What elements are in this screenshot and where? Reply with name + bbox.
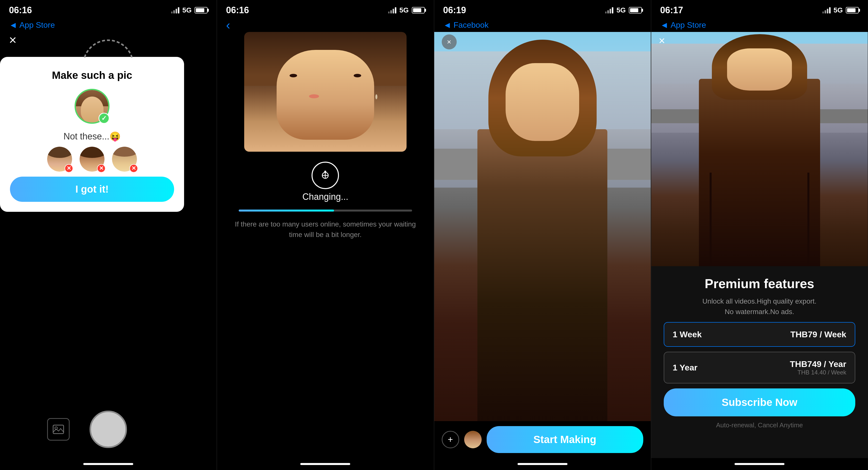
home-indicator-4 [735,463,784,465]
waiting-text: If there are too many users online, some… [217,219,434,240]
plan-name-week: 1 Week [673,330,702,339]
reject-avatar-3: ✕ [112,147,137,171]
plan-price-year-sub: THB 14.40 / Week [790,369,846,376]
home-indicator-2 [300,463,350,465]
make-pic-card: Make such a pic ✓ Not these...😝 ✕ [0,57,184,212]
reject-badge-1: ✕ [65,164,73,173]
back-label-1: App Store [20,21,55,30]
network-2: 5G [399,6,408,14]
card-title: Make such a pic [52,69,132,81]
app-store-bar-2: ‹ [217,18,434,32]
back-label-4: App Store [671,21,706,30]
start-making-button[interactable]: Start Making [487,426,643,453]
network-3: 5G [616,6,625,14]
status-right-4: 5G [823,6,859,14]
time-2: 06:16 [226,5,249,15]
bottom-actions-3: + Start Making [434,421,651,458]
home-indicator-3 [518,463,567,465]
avatar-small-3[interactable] [464,431,482,448]
panel2-main: Changing... If there are too many users … [217,32,434,458]
plan-price-year: THB749 / Year [790,359,846,369]
face-photo-2 [244,32,407,152]
reject-avatar-2: ✕ [80,147,104,171]
back-arrow-1: ◄ [9,20,18,30]
progress-bar-container [239,210,412,212]
check-badge: ✓ [98,113,110,124]
reject-avatars: ✕ ✕ ✕ [47,147,137,171]
shutter-button[interactable] [90,411,127,448]
time-4: 06:17 [660,5,683,15]
time-3: 06:19 [443,5,466,15]
status-right-2: 5G [388,6,425,14]
panel-2-changing: 06:16 5G ‹ [217,0,434,470]
back-arrow-4: ◄ [660,20,669,30]
time-1: 06:16 [9,5,32,15]
add-button-3[interactable]: + [442,431,459,448]
battery-1 [194,7,208,13]
progress-bar-fill [239,210,334,212]
panel3-main: × + Start Making [434,32,651,458]
app-store-bar-4: ◄ App Store [651,18,868,32]
svg-point-3 [324,170,326,173]
svg-rect-0 [53,425,64,434]
home-indicator-1 [83,463,133,465]
back-arrow-3: ◄ [443,20,452,30]
signal-icon-3 [605,7,613,13]
close-button-1[interactable]: × [9,32,17,48]
changing-spinner [312,162,339,189]
reject-avatar-1: ✕ [47,147,72,171]
plan-price-year-container: THB749 / Year THB 14.40 / Week [790,359,846,376]
back-label-3: Facebook [454,21,489,30]
close-button-3[interactable]: × [442,34,457,50]
plan-name-year: 1 Year [673,363,698,372]
status-right-3: 5G [605,6,642,14]
network-1: 5G [182,6,191,14]
dashed-circle [82,32,134,61]
plan-card-year[interactable]: 1 Year THB749 / Year THB 14.40 / Week [664,352,855,383]
app-store-bar-3: ◄ Facebook [434,18,651,32]
battery-2 [412,7,425,13]
avatar-container: ✓ [74,89,110,124]
full-photo-3 [434,32,651,421]
premium-subtitle: Unlock all videos.High quality export.No… [702,296,817,317]
changing-label: Changing... [302,192,348,202]
status-bar-2: 06:16 5G [217,0,434,18]
not-these-text: Not these...😝 [63,131,121,142]
subscribe-now-button[interactable]: Subscribe Now [664,388,855,416]
signal-icon-1 [171,7,179,13]
status-bar-4: 06:17 5G [651,0,868,18]
battery-3 [629,7,642,13]
premium-photo-4 [651,32,868,266]
premium-info-section: Premium features Unlock all videos.High … [651,266,868,458]
spacer [147,418,169,441]
panel4-main: × Premium features Unlock all videos.Hig… [651,32,868,458]
plan-card-week[interactable]: 1 Week THB79 / Week [664,322,855,347]
signal-icon-4 [823,7,831,13]
auto-renewal-text: Auto-renewal, Cancel Anytime [716,421,803,429]
got-it-button[interactable]: I got it! [10,177,174,202]
panel-3-start-making: 06:19 5G ◄ Facebook × [434,0,651,470]
battery-4 [846,7,859,13]
network-4: 5G [834,6,843,14]
status-right-1: 5G [171,6,208,14]
app-store-bar-1: ◄ App Store [0,18,217,32]
reject-badge-2: ✕ [97,164,105,173]
panel-1-make-pic: 06:16 5G ◄ App Store × Make such a pic [0,0,217,470]
back-chevron-2[interactable]: ‹ [226,18,230,32]
premium-title: Premium features [705,276,814,291]
reject-badge-3: ✕ [129,164,138,173]
face-photo-inner [244,32,407,152]
plan-price-week: THB79 / Week [790,330,846,339]
gallery-button[interactable] [47,418,70,441]
signal-icon-2 [388,7,396,13]
close-button-4[interactable]: × [659,34,665,47]
status-bar-3: 06:19 5G [434,0,651,18]
camera-area [0,401,217,458]
status-bar-1: 06:16 5G [0,0,217,18]
panel-4-premium: 06:17 5G ◄ App Store × [651,0,868,470]
